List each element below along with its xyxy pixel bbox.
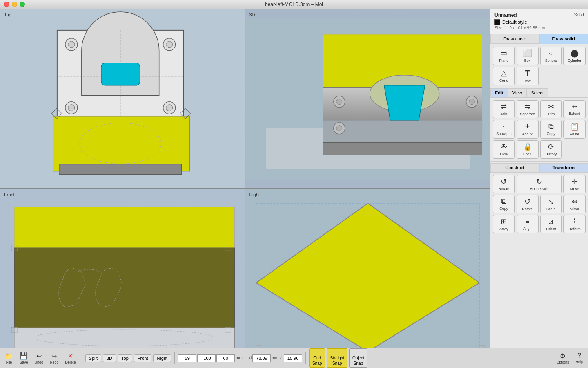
sep1 [82,352,82,364]
trim-tool[interactable]: ✂ Trim [540,100,562,119]
sphere-tool[interactable]: ○ Sphere [540,47,562,65]
viewport-right-svg [245,189,490,368]
show-pts-tool[interactable]: ⬝ Show pts [493,120,515,139]
sep2 [174,352,175,364]
file-button[interactable]: 📁 File [2,351,16,365]
help-button[interactable]: ? Help [573,351,586,365]
object-type: Solid [574,12,584,18]
draw-curve-tab[interactable]: Draw curve [490,34,539,44]
grid-snap-label: Grid Snap [312,356,322,366]
y-input[interactable] [197,354,216,362]
lock-tool[interactable]: 🔒 Lock [517,140,539,159]
separate-tool[interactable]: ⇋ Separate [517,100,539,119]
save-button[interactable]: 💾 Save [17,351,31,365]
options-button[interactable]: ⚙ Options [554,351,571,365]
straight-snap-button[interactable]: Straight Snap [327,348,347,368]
viewport-3d[interactable]: 3D [245,9,490,188]
right-button[interactable]: Right [153,354,171,362]
trim-icon: ✂ [548,102,554,111]
copy-t-tool[interactable]: ⧉ Copy [493,195,515,213]
split-button[interactable]: Split [85,354,101,362]
lock-label: Lock [523,152,531,157]
top-button[interactable]: Top [118,354,132,362]
angle-input[interactable] [284,354,302,362]
maximize-button[interactable] [20,2,25,7]
svg-point-28 [336,99,342,105]
cone-tool[interactable]: △ Cone [493,67,515,85]
construct-tab[interactable]: Construct [490,163,539,172]
cylinder-tool[interactable]: ⬤ Cylinder [564,47,586,65]
deform-tool[interactable]: ⌇ Deform [564,215,586,233]
rotate-label: Rotate [499,187,510,191]
move-tool[interactable]: ✛ Move [564,175,586,193]
mirror-label: Mirror [570,207,579,211]
scale-tool[interactable]: ⤡ Scale [540,195,562,213]
hide-label: Hide [500,152,508,157]
select-tab[interactable]: Select [526,88,548,97]
rotate2-tool[interactable]: ↺ Rotate [517,195,539,213]
object-snap-button[interactable]: Object Snap [349,348,368,368]
3d-button[interactable]: 3D [103,354,116,362]
object-size: Size: 119 x 101 x 99.88 mm [494,26,584,30]
front-button[interactable]: Front [134,354,152,362]
main-layout: Top [0,9,588,368]
unit2: mm [272,356,278,360]
object-snap-label: Object Snap [352,356,364,366]
orient-icon: ⊿ [548,217,554,226]
join-tool[interactable]: ⇌ Join [493,100,515,119]
help-icon: ? [577,352,581,359]
redo-button[interactable]: ↪ Redo [47,351,61,365]
viewports-grid: Top [0,9,490,368]
box-tool[interactable]: ⬜ Box [517,47,539,65]
array-tool[interactable]: ⊞ Array [493,215,515,233]
add-pt-label: Add pt [522,132,533,137]
plane-tool[interactable]: ▭ Plane [493,47,515,65]
svg-rect-39 [14,328,235,350]
separate-icon: ⇋ [524,102,530,111]
minimize-button[interactable] [12,2,17,7]
undo-button[interactable]: ↩ Undo [32,351,46,365]
history-tool[interactable]: ⟳ History [540,140,562,159]
distance-input[interactable] [252,354,271,362]
draw-tabs: Draw curve Draw solid [490,34,588,44]
orient-label: Orient [546,227,556,231]
extend-tool[interactable]: ↔ Extend [564,100,586,119]
svg-rect-25 [323,120,482,145]
align-tool[interactable]: ≡ Align [517,215,539,233]
hide-tool[interactable]: 👁 Hide [493,140,515,159]
sphere-icon: ○ [549,49,553,58]
close-button[interactable] [4,2,9,7]
add-pt-tool[interactable]: + Add pt [517,120,539,139]
copy-t-icon: ⧉ [501,197,506,206]
transform-tab[interactable]: Transform [539,163,588,172]
viewport-front-label: Front [4,192,15,197]
rotate-axis-tool[interactable]: ↻ Rotate Axis [517,175,562,193]
options-icon: ⚙ [560,352,566,360]
x-input[interactable] [178,354,196,362]
view-tab[interactable]: View [508,88,527,97]
draw-solid-tab[interactable]: Draw solid [539,34,588,44]
viewport-top[interactable]: Top [0,9,245,188]
history-label: History [545,152,557,157]
transform-tools-section: ↺ Rotate ↻ Rotate Axis ✛ Move ⧉ Copy [490,173,588,236]
viewport-right[interactable]: Right ◻ Area [245,189,490,368]
z-input[interactable] [216,354,235,362]
rotate-tool[interactable]: ↺ Rotate [493,175,515,193]
distance-box: d mm ∠ [249,354,302,362]
transform-tools-grid: ↺ Rotate ↻ Rotate Axis ✛ Move ⧉ Copy [493,175,586,233]
grid-snap-button[interactable]: Grid Snap [309,348,325,368]
paste-tool[interactable]: 📋 Paste [564,120,586,139]
text-tool[interactable]: T Text [517,67,539,85]
file-icon: 📁 [5,352,13,360]
orient-tool[interactable]: ⊿ Orient [540,215,562,233]
copy-edit-tool[interactable]: ⧉ Copy [540,120,562,139]
edit-tab[interactable]: Edit [490,88,508,97]
delete-button[interactable]: ✕ Delete [63,351,78,365]
mirror-tool[interactable]: ⇔ Mirror [564,195,586,213]
rotate-icon: ↺ [501,177,507,186]
solid-tools-section: ▭ Plane ⬜ Box ○ Sphere ⬤ Cylinder [490,44,588,88]
lock-icon: 🔒 [523,142,532,151]
rotate-axis-label: Rotate Axis [530,187,549,191]
svg-rect-13 [101,63,140,85]
viewport-front[interactable]: Front [0,189,245,368]
